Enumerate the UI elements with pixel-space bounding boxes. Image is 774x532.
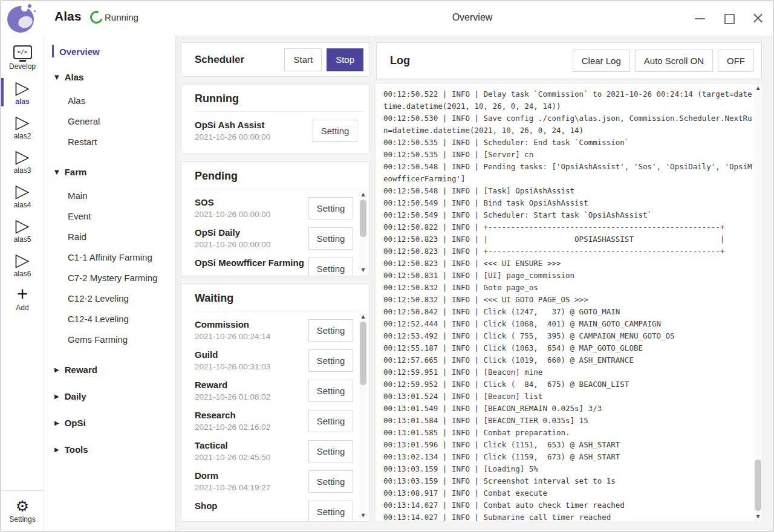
rail-item-alas4[interactable]: ▷alas4 xyxy=(1,178,44,213)
task-name: Shop xyxy=(195,500,305,511)
nav-item-daily[interactable]: ▶Daily xyxy=(44,383,175,409)
scroll-up-icon[interactable]: ▲ xyxy=(359,313,367,320)
rail-item-alas3[interactable]: ▷alas3 xyxy=(1,144,44,178)
rail-item-label: Develop xyxy=(9,62,36,71)
window-controls xyxy=(695,1,763,36)
chevron-right-icon: ▶ xyxy=(54,366,59,373)
scroll-thumb[interactable] xyxy=(360,322,366,385)
task-name: OpSi Meowfficer Farming xyxy=(195,257,305,268)
nav-item-tools[interactable]: ▶Tools xyxy=(44,436,175,462)
alas-window: Alas Running Overview </>Develop▷alas▷al… xyxy=(0,0,774,532)
task-setting-button[interactable]: Setting xyxy=(308,410,353,432)
rail-item-alas2[interactable]: ▷alas2 xyxy=(1,109,44,144)
rail-item-alas5[interactable]: ▷alas5 xyxy=(1,213,44,247)
instance-rail: </>Develop▷alas▷alas2▷alas3▷alas4▷alas5▷… xyxy=(1,36,44,531)
scroll-thumb[interactable] xyxy=(755,459,761,511)
task-row: SOS2021-10-26 00:00:00Setting xyxy=(195,193,359,223)
titlebar: Alas Running Overview xyxy=(1,1,773,36)
nav-group-label: Tools xyxy=(65,444,88,455)
clear-log-button[interactable]: Clear Log xyxy=(573,50,630,72)
task-setting-button[interactable]: Setting xyxy=(308,501,353,522)
play-icon: ▷ xyxy=(15,79,29,97)
task-name: OpSi Ash Assist xyxy=(195,119,309,131)
log-column: Log Clear Log Auto Scroll ON OFF 00:12:5… xyxy=(376,42,762,521)
nav-item-farm[interactable]: ▼Farm xyxy=(44,158,175,185)
running-title: Running xyxy=(181,85,369,111)
rail-item-label: alas6 xyxy=(14,270,31,278)
nav-group-label: Alas xyxy=(65,72,84,82)
task-time: 2021-10-26 00:00:00 xyxy=(195,240,305,250)
waiting-card: Waiting Commission2021-10-26 00:24:14Set… xyxy=(181,284,370,522)
rail-item-develop[interactable]: </>Develop xyxy=(1,41,44,75)
nav-item-main[interactable]: Main xyxy=(44,185,175,206)
nav-item-restart[interactable]: Restart xyxy=(44,131,175,152)
task-time: 2021-10-26 01:08:02 xyxy=(195,392,305,402)
task-setting-button[interactable]: Setting xyxy=(308,470,353,493)
nav-item-alas[interactable]: ▼Alas xyxy=(44,63,175,90)
task-setting-button[interactable]: Setting xyxy=(308,349,353,372)
nav-item-c12-4-leveling[interactable]: C12-4 Leveling xyxy=(44,308,175,329)
scroll-down-icon[interactable]: ▼ xyxy=(359,512,367,519)
scheduler-column: Scheduler Start Stop Running OpSi Ash As… xyxy=(181,42,370,529)
scheduler-title: Scheduler xyxy=(195,54,284,66)
task-setting-button[interactable]: Setting xyxy=(308,319,353,342)
nav-item-reward[interactable]: ▶Reward xyxy=(44,356,175,383)
task-info: Reward2021-10-26 01:08:02 xyxy=(195,379,308,402)
scroll-thumb[interactable] xyxy=(360,199,366,237)
close-icon[interactable] xyxy=(753,13,763,24)
scroll-down-icon[interactable]: ▼ xyxy=(359,267,367,274)
task-name: Tactical xyxy=(195,440,305,451)
start-button[interactable]: Start xyxy=(284,48,322,71)
task-info: Dorm2021-10-26 04:19:27 xyxy=(195,470,308,493)
rail-item-settings[interactable]: ⚙ Settings xyxy=(1,490,44,531)
task-setting-button[interactable]: Setting xyxy=(308,380,353,402)
maximize-icon[interactable] xyxy=(724,13,734,24)
nav-item-c1-1-affinity-farming[interactable]: C1-1 Affinity Farming xyxy=(44,247,175,267)
nav-item-c7-2-mystery-farming[interactable]: C7-2 Mystery Farming xyxy=(44,267,175,288)
rail-item-alas[interactable]: ▷alas xyxy=(1,75,44,109)
nav-item-raid[interactable]: Raid xyxy=(44,226,175,247)
task-setting-button[interactable]: Setting xyxy=(308,227,353,250)
nav-item-alas[interactable]: Alas xyxy=(44,90,175,111)
waiting-scrollbar[interactable]: ▲ ▼ xyxy=(359,313,367,520)
scroll-up-icon[interactable]: ▲ xyxy=(754,85,762,92)
rail-item-add[interactable]: +Add xyxy=(1,282,44,316)
running-card: Running OpSi Ash Assist2021-10-26 00:00:… xyxy=(181,84,370,154)
task-time: 2021-10-26 04:19:27 xyxy=(195,483,305,493)
pending-scrollbar[interactable]: ▲ ▼ xyxy=(359,190,367,274)
task-setting-button[interactable]: Setting xyxy=(313,120,357,142)
instance-rail-list: </>Develop▷alas▷alas2▷alas3▷alas4▷alas5▷… xyxy=(1,36,44,316)
log-header-card: Log Clear Log Auto Scroll ON OFF xyxy=(376,42,762,79)
task-name: Commission xyxy=(195,319,305,330)
auto-scroll-on-button[interactable]: Auto Scroll ON xyxy=(635,50,713,72)
auto-scroll-off-button[interactable]: OFF xyxy=(718,50,754,72)
rail-item-alas6[interactable]: ▷alas6 xyxy=(1,247,44,282)
nav-item-general[interactable]: General xyxy=(44,111,175,131)
waiting-title: Waiting xyxy=(181,284,369,311)
app-title: Alas xyxy=(54,9,81,24)
rail-item-label: alas2 xyxy=(14,132,31,140)
task-time: 2021-10-26 02:16:02 xyxy=(195,423,305,432)
nav-item-opsi[interactable]: ▶OpSi xyxy=(44,409,175,436)
task-time: 2021-10-26 00:31:03 xyxy=(195,362,305,372)
task-setting-button[interactable]: Setting xyxy=(308,440,353,462)
scheduler-card: Scheduler Start Stop xyxy=(181,42,370,77)
scroll-down-icon[interactable]: ▼ xyxy=(754,513,762,521)
log-scrollbar[interactable]: ▲ ▼ xyxy=(754,84,762,521)
task-setting-button[interactable]: Setting xyxy=(308,197,353,219)
nav-item-event[interactable]: Event xyxy=(44,206,175,226)
task-setting-button[interactable]: Setting xyxy=(308,258,353,276)
task-info: Commission2021-10-26 00:24:14 xyxy=(195,319,308,342)
nav-item-gems-farming[interactable]: Gems Farming xyxy=(44,329,175,349)
task-info: OpSi Ash Assist2021-10-26 00:00:00 xyxy=(195,119,313,142)
nav-item-overview[interactable]: Overview xyxy=(44,39,175,63)
minimize-icon[interactable] xyxy=(695,13,705,24)
task-row: Guild2021-10-26 00:31:03Setting xyxy=(195,345,359,375)
stop-button[interactable]: Stop xyxy=(327,48,363,71)
rail-item-label: alas3 xyxy=(14,166,31,175)
task-name: Guild xyxy=(195,349,305,360)
play-icon: ▷ xyxy=(15,251,29,269)
nav-item-c12-2-leveling[interactable]: C12-2 Leveling xyxy=(44,288,175,308)
status-label: Running xyxy=(105,12,138,22)
scroll-up-icon[interactable]: ▲ xyxy=(359,191,367,198)
